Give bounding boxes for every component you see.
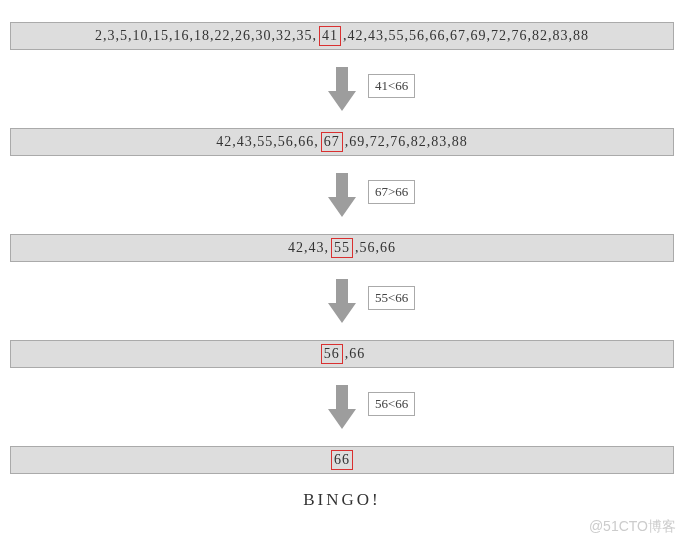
list-row-2: 42,43, 55 ,56,66: [10, 234, 674, 262]
boxed-midpoint: 67: [321, 132, 343, 152]
nums-post: ,42,43,55,56,66,67,69,72,76,82,83,88: [342, 28, 590, 44]
arrow-row-0: 41<66: [10, 50, 674, 128]
down-arrow-icon: [328, 171, 356, 219]
comparison-label: 56<66: [368, 392, 415, 416]
comparison-label: 67>66: [368, 180, 415, 204]
down-arrow-icon: [328, 277, 356, 325]
sequence-0: 2,3,5,10,15,16,18,22,26,30,32,35, 41 ,42…: [94, 26, 590, 46]
nums-post: ,69,72,76,82,83,88: [344, 134, 469, 150]
boxed-midpoint: 41: [319, 26, 341, 46]
sequence-2: 42,43, 55 ,56,66: [287, 238, 397, 258]
watermark-text: @51CTO博客: [589, 518, 676, 536]
nums-pre: 2,3,5,10,15,16,18,22,26,30,32,35,: [94, 28, 318, 44]
sequence-1: 42,43,55,56,66, 67 ,69,72,76,82,83,88: [215, 132, 469, 152]
boxed-midpoint: 55: [331, 238, 353, 258]
nums-post: ,56,66: [354, 240, 397, 256]
boxed-midpoint: 66: [331, 450, 353, 470]
comparison-label: 41<66: [368, 74, 415, 98]
nums-pre: 42,43,55,56,66,: [215, 134, 320, 150]
arrow-row-3: 56<66: [10, 368, 674, 446]
sequence-4: 66: [328, 450, 356, 470]
list-row-4: 66: [10, 446, 674, 474]
down-arrow-icon: [328, 383, 356, 431]
boxed-midpoint: 56: [321, 344, 343, 364]
sequence-3: 56 ,66: [318, 344, 367, 364]
nums-post: ,66: [344, 346, 367, 362]
nums-pre: 42,43,: [287, 240, 330, 256]
down-arrow-icon: [328, 65, 356, 113]
arrow-row-1: 67>66: [10, 156, 674, 234]
arrow-row-2: 55<66: [10, 262, 674, 340]
list-row-1: 42,43,55,56,66, 67 ,69,72,76,82,83,88: [10, 128, 674, 156]
result-text: BINGO!: [10, 490, 674, 510]
comparison-label: 55<66: [368, 286, 415, 310]
list-row-0: 2,3,5,10,15,16,18,22,26,30,32,35, 41 ,42…: [10, 22, 674, 50]
list-row-3: 56 ,66: [10, 340, 674, 368]
